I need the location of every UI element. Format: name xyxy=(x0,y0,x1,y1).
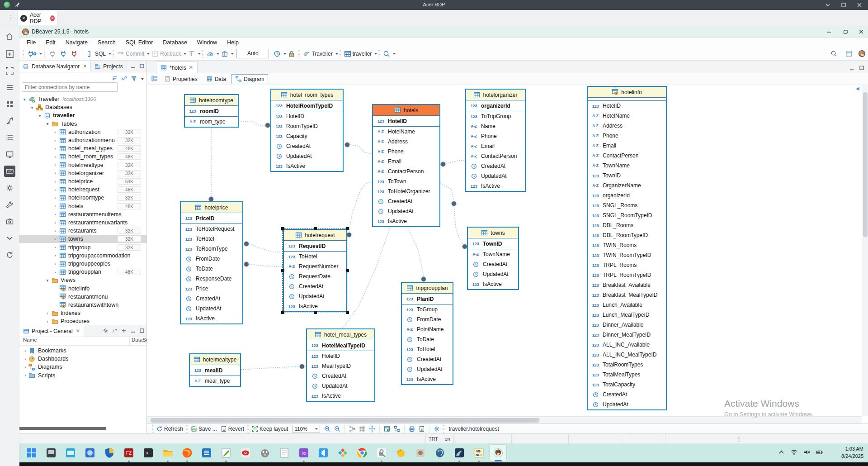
quick-search-icon[interactable] xyxy=(829,49,839,58)
entity-header[interactable]: hotel_meal_types xyxy=(307,329,374,340)
tab-close-icon[interactable]: ✕ xyxy=(50,15,55,21)
field-PlanID[interactable]: 123PlanID xyxy=(402,294,453,304)
tree-item-restaurantmenu[interactable]: restaurantmenu xyxy=(19,293,146,301)
minimize-panel-icon[interactable] xyxy=(849,64,854,72)
taskbar-remote-lock-icon[interactable] xyxy=(375,446,388,460)
field-TotalRoomTypes[interactable]: 123TotalRoomTypes xyxy=(588,360,666,370)
tree-item-procedures[interactable]: ›Procedures xyxy=(19,317,146,325)
tree-item-hotels[interactable]: ›hotels48K xyxy=(19,202,146,210)
taskbar-firefox-icon[interactable] xyxy=(180,446,194,460)
search-caret[interactable] xyxy=(393,53,396,55)
rollback-caret[interactable] xyxy=(184,53,186,55)
field-roomID[interactable]: 123roomID xyxy=(185,106,238,117)
tree-item-traveller[interactable]: ▾traveller xyxy=(19,111,146,119)
tree-item-authorization[interactable]: ›authorization32K xyxy=(19,128,146,136)
field-UpdatedAt[interactable]: UpdatedAt xyxy=(307,381,374,391)
entity-tripgroupplan[interactable]: tripgroupplan123PlanID123ToGroupFromDate… xyxy=(401,282,453,385)
taskbar-clock[interactable]: 1:03 AM8/24/2025 xyxy=(841,445,863,460)
taskbar-terminal-icon[interactable]: >_ xyxy=(142,446,155,460)
tree-item-tables[interactable]: ▾Tables xyxy=(19,120,146,128)
maximize-panel-icon[interactable] xyxy=(859,64,864,72)
field-IsActive[interactable]: 123IsActive xyxy=(271,161,343,171)
field-ToGroup[interactable]: 123ToGroup xyxy=(402,304,453,314)
expander-icon[interactable]: › xyxy=(22,365,28,370)
expander-icon[interactable]: › xyxy=(53,237,57,242)
reconnect-icon[interactable] xyxy=(58,49,68,59)
entity-hotelmealtype[interactable]: hotelmealtype123mealIDA-Zmeal_type xyxy=(189,353,241,387)
taskbar-notepad-icon[interactable] xyxy=(278,446,291,460)
tree-item-hotelinfo[interactable]: hotelinfo xyxy=(19,285,146,293)
show-attributes-icon[interactable] xyxy=(382,424,392,433)
keep-layout-button[interactable]: Keep layout xyxy=(250,424,289,433)
expander-icon[interactable]: › xyxy=(22,357,28,361)
expander-icon[interactable]: ▾ xyxy=(45,278,50,283)
field-ResponseDate[interactable]: ResponseDate xyxy=(181,274,242,284)
selection-handle[interactable] xyxy=(281,227,284,230)
entity-header[interactable]: hotelrequest xyxy=(284,230,346,241)
tab-close-icon[interactable]: ✕ xyxy=(189,65,193,71)
field-HotelRoomTypeID[interactable]: 123HotelRoomTypeID xyxy=(271,100,343,111)
tree-item-restaurantmenuitems[interactable]: ›restaurantmenuitems xyxy=(19,210,146,219)
expander-icon[interactable]: › xyxy=(22,348,28,353)
field-ContactPerson[interactable]: A-ZContactPerson xyxy=(373,166,439,176)
field-UpdatedAt[interactable]: UpdatedAt xyxy=(181,304,242,314)
entity-header[interactable]: hotels xyxy=(373,105,439,116)
field-ToHotel[interactable]: 123ToHotel xyxy=(284,252,346,262)
maximize-icon[interactable] xyxy=(842,29,849,35)
history-caret[interactable] xyxy=(283,53,286,55)
menu-help[interactable]: Help xyxy=(222,38,244,47)
field-PointName[interactable]: A-ZPointName xyxy=(402,324,453,334)
field-CreatedAt[interactable]: CreatedAt xyxy=(466,161,525,171)
tab-project-general[interactable]: Project - General ✕ xyxy=(19,325,84,337)
tab-close-icon[interactable]: ✕ xyxy=(83,63,87,69)
field-organizerId[interactable]: 123organizerId xyxy=(588,190,666,200)
taskbar-mysql-workbench-icon[interactable] xyxy=(453,446,466,460)
taskbar-vbnet-icon[interactable]: VB-NET xyxy=(472,446,486,460)
field-organizerId[interactable]: 123organizerId xyxy=(466,100,525,111)
field-RoomTypeID[interactable]: 123RoomTypeID xyxy=(271,121,343,131)
tree-item-tripgroupplan[interactable]: ›tripgroupplan48K xyxy=(19,268,146,276)
filter-connections-input[interactable] xyxy=(22,82,118,92)
horizontal-scrollbar[interactable] xyxy=(147,416,862,423)
field-UpdatedAt[interactable]: UpdatedAt xyxy=(373,206,439,216)
minimize-panel-icon[interactable] xyxy=(130,63,136,70)
minimize-icon[interactable] xyxy=(826,29,832,35)
field-TownID[interactable]: 123TownID xyxy=(588,171,666,181)
toggle-grid-icon[interactable] xyxy=(358,424,367,433)
field-HotelID[interactable]: 123HotelID xyxy=(271,111,343,121)
package-icon[interactable] xyxy=(220,49,230,59)
app-grid-icon[interactable] xyxy=(4,99,15,110)
sync-icon[interactable] xyxy=(4,249,15,261)
tab-properties[interactable]: Properties xyxy=(161,75,201,84)
menu-icon[interactable] xyxy=(4,82,15,93)
field-DBL_RoomTypeID[interactable]: 123DBL_RoomTypeID xyxy=(588,230,666,240)
field-SNGL_Rooms[interactable]: 123SNGL_Rooms xyxy=(588,200,666,210)
field-ToHotelOrganizer[interactable]: 123ToHotelOrganizer xyxy=(373,186,439,196)
field-CreatedAt[interactable]: CreatedAt xyxy=(468,259,518,269)
field-Address[interactable]: A-ZAddress xyxy=(588,121,666,131)
expander-icon[interactable]: › xyxy=(53,228,57,233)
wifi-icon[interactable] xyxy=(791,449,797,457)
tree-item-hotelrequest[interactable]: ›hotelrequest48K xyxy=(19,185,146,194)
expander-icon[interactable]: › xyxy=(45,319,50,324)
new-connection-caret[interactable] xyxy=(39,53,42,55)
statusbar-drag-handle[interactable] xyxy=(738,436,740,442)
database-select[interactable]: traveller xyxy=(343,49,373,59)
field-SNGL_RoomTypeID[interactable]: 123SNGL_RoomTypeID xyxy=(588,210,666,220)
menu-navigate[interactable]: Navigate xyxy=(61,38,93,47)
taskbar-search-app-icon[interactable] xyxy=(44,446,58,460)
menu-edit[interactable]: Edit xyxy=(41,38,61,47)
filter-caret-icon[interactable] xyxy=(141,78,144,80)
refresh-button[interactable]: Refresh xyxy=(155,424,184,433)
expander-icon[interactable]: › xyxy=(45,311,50,316)
entity-hotels[interactable]: hotels123HotelIDA-ZHotelNameA-ZAddressA-… xyxy=(372,104,440,227)
tools-wrench-icon[interactable] xyxy=(4,199,15,210)
column-name[interactable]: Name xyxy=(23,337,37,342)
list-icon[interactable] xyxy=(4,132,15,143)
taskbar-chrome-icon[interactable] xyxy=(355,446,369,460)
project-item-dashboards[interactable]: ›Dashboards xyxy=(19,355,146,363)
rdp-close-icon[interactable] xyxy=(856,2,863,8)
taskbar-vscode-icon[interactable] xyxy=(316,446,330,460)
tree-item-traveller[interactable]: ▾Travellerlocalhost:3306 xyxy=(19,95,146,103)
tree-item-towns[interactable]: ›towns32K xyxy=(19,235,146,243)
